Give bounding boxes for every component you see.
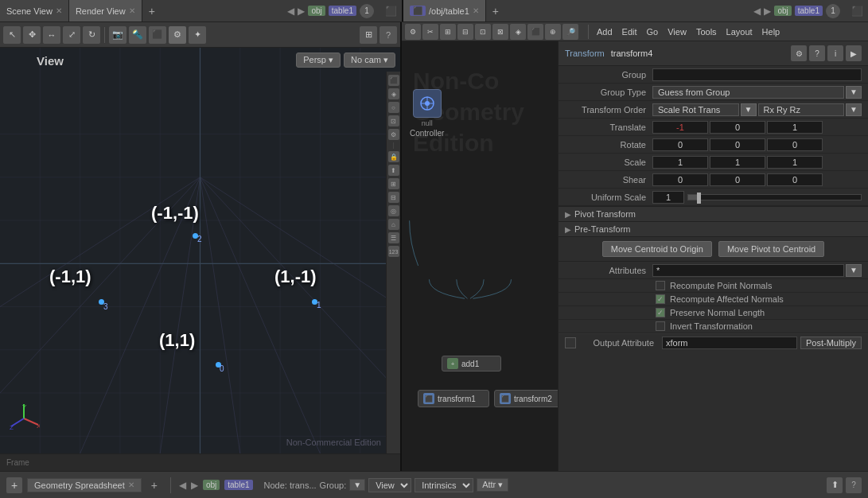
prop-uniform-scale-input[interactable]	[652, 191, 684, 204]
tool-icon-5[interactable]: ↻	[83, 26, 100, 44]
prop-translate-y[interactable]	[710, 121, 765, 134]
tool-icon-2[interactable]: ✥	[23, 26, 41, 44]
prop-rotate-x[interactable]	[652, 138, 708, 151]
controller-node[interactable]: null Controller	[410, 89, 444, 138]
transform1-node[interactable]: ⬛ transform1	[418, 390, 489, 407]
menu-edit[interactable]: Edit	[617, 25, 642, 38]
left-fullscreen[interactable]: ⬛	[380, 6, 402, 17]
prop-group-type-select[interactable]: Guess from Group	[652, 86, 844, 99]
prop-scale-x[interactable]	[652, 156, 708, 169]
tool-icon-1[interactable]: ↖	[3, 26, 21, 44]
vp-tool-6[interactable]: 🔒	[388, 151, 399, 162]
output-input[interactable]	[662, 337, 797, 349]
bottom-intrinsics-select[interactable]: Intrinsics	[415, 478, 473, 492]
prop-attributes-input[interactable]	[652, 264, 844, 277]
tool-icon-help[interactable]: ?	[380, 26, 397, 44]
menu-add[interactable]: Add	[592, 25, 617, 38]
vp-tool-3[interactable]: ○	[388, 102, 399, 113]
tool-icon-3[interactable]: ↔	[43, 26, 60, 44]
menu-help[interactable]: Help	[757, 25, 785, 38]
prop-shear-y[interactable]	[710, 173, 765, 186]
pre-transform-section[interactable]: ▶ Pre-Transform	[559, 222, 868, 237]
vp-tool-12[interactable]: ☰	[388, 232, 399, 243]
bottom-view-select[interactable]: View	[368, 478, 411, 492]
menu-tool-9[interactable]: ⊕	[545, 24, 561, 40]
right-nav-fwd[interactable]: ▶	[764, 6, 771, 17]
tool-icon-8[interactable]: ⬛	[149, 26, 166, 44]
vp-tool-9[interactable]: ⊟	[388, 192, 399, 203]
bottom-expand-btn[interactable]: ⬆	[827, 477, 843, 493]
menu-tool-7[interactable]: ◈	[510, 24, 526, 40]
left-nav-fwd[interactable]: ▶	[298, 6, 305, 17]
prop-group-input[interactable]	[652, 68, 862, 81]
vp-tool-8[interactable]: ⊞	[388, 178, 399, 189]
prop-icon-q[interactable]: ?	[809, 45, 825, 61]
prop-rotation-order-arrow[interactable]: ▼	[846, 103, 862, 116]
prop-attributes-arrow[interactable]: ▼	[846, 264, 862, 277]
tool-icon-4[interactable]: ⤢	[63, 26, 80, 44]
bottom-help-btn[interactable]: ?	[846, 477, 862, 493]
scene-view-close[interactable]: ✕	[56, 6, 62, 15]
persp-button[interactable]: Persp ▾	[296, 53, 341, 68]
menu-tools[interactable]: Tools	[691, 25, 722, 38]
prop-translate-z[interactable]	[767, 121, 823, 134]
bottom-add-tab[interactable]: +	[6, 477, 22, 493]
tool-icon-6[interactable]: 📷	[109, 26, 127, 44]
prop-shear-x[interactable]	[652, 173, 708, 186]
prop-scale-z[interactable]	[767, 156, 823, 169]
menu-tool-8[interactable]: ⬛	[527, 24, 543, 40]
vp-tool-num[interactable]: 123	[388, 246, 399, 257]
recompute-point-checkbox[interactable]	[656, 281, 665, 290]
geometry-spreadsheet-tab[interactable]: Geometry Spreadsheet ✕	[27, 478, 142, 492]
menu-tool-2[interactable]: ✂	[422, 24, 438, 40]
menu-layout[interactable]: Layout	[722, 25, 757, 38]
preserve-normal-checkbox[interactable]: ✓	[656, 308, 665, 317]
menu-view[interactable]: View	[663, 25, 691, 38]
left-nav-back[interactable]: ◀	[287, 6, 294, 17]
move-centroid-btn[interactable]: Move Centroid to Origin	[602, 241, 712, 257]
prop-group-type-arrow[interactable]: ▼	[846, 86, 862, 99]
geo-tab-close[interactable]: ✕	[128, 480, 134, 489]
prop-icon-gear[interactable]: ⚙	[791, 45, 807, 61]
bottom-nav-back[interactable]: ◀	[179, 480, 186, 491]
menu-tool-5[interactable]: ⊡	[475, 24, 491, 40]
prop-shear-z[interactable]	[767, 173, 823, 186]
menu-tool-4[interactable]: ⊟	[457, 24, 473, 40]
transform2-node[interactable]: ⬛ transform2	[494, 390, 558, 407]
prop-icon-info[interactable]: i	[827, 45, 843, 61]
prop-transform-order-arrow[interactable]: ▼	[741, 103, 757, 116]
recompute-affected-checkbox[interactable]: ✓	[656, 294, 665, 304]
prop-icon-arrow[interactable]: ▶	[846, 45, 862, 61]
prop-transform-order-select[interactable]: Scale Rot Trans	[652, 103, 739, 116]
tool-icon-7[interactable]: 🔦	[129, 26, 146, 44]
tool-icon-layout[interactable]: ⊞	[360, 26, 377, 44]
left-tab-add[interactable]: +	[142, 5, 162, 18]
right-tab-close[interactable]: ✕	[473, 6, 479, 15]
prop-scale-y[interactable]	[710, 156, 765, 169]
right-panel-tab[interactable]: ⬛ /obj/table1 ✕	[403, 0, 486, 21]
vp-tool-4[interactable]: ⊡	[388, 115, 399, 126]
left-nav-level[interactable]: 1	[360, 4, 374, 18]
menu-tool-1[interactable]: ⚙	[405, 24, 421, 40]
bottom-nav-fwd[interactable]: ▶	[191, 480, 198, 491]
vp-tool-10[interactable]: ◎	[388, 205, 399, 216]
scene-view-tab[interactable]: Scene View ✕	[0, 0, 69, 21]
add1-node[interactable]: + add1	[442, 356, 501, 372]
right-nav-level[interactable]: 1	[826, 4, 840, 18]
menu-tool-6[interactable]: ⊠	[492, 24, 508, 40]
output-checkbox[interactable]	[565, 337, 576, 348]
vp-tool-7[interactable]: ⬆	[388, 165, 399, 176]
bottom-group-filter[interactable]: ▼	[349, 479, 365, 491]
right-nav-back[interactable]: ◀	[753, 6, 761, 17]
prop-rotation-order-select[interactable]: Rx Ry Rz	[758, 103, 845, 116]
right-tab-add[interactable]: +	[486, 5, 505, 18]
prop-rotate-y[interactable]	[710, 138, 765, 151]
output-post-multiply[interactable]: Post-Multiply	[800, 337, 862, 349]
prop-translate-x[interactable]	[652, 121, 708, 134]
bottom-attr-btn[interactable]: Attr ▾	[477, 478, 508, 492]
menu-go[interactable]: Go	[642, 25, 664, 38]
vp-tool-2[interactable]: ◈	[388, 88, 399, 99]
vp-tool-1[interactable]: ⬛	[388, 75, 399, 86]
nocam-button[interactable]: No cam ▾	[344, 53, 395, 68]
render-view-tab[interactable]: Render View ✕	[69, 0, 142, 21]
